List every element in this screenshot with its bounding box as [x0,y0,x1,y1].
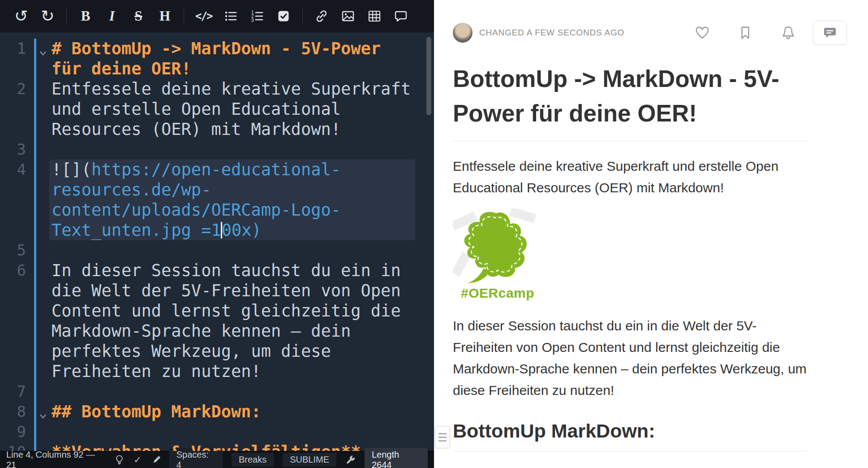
markdown-bold-token: **Verwahren & Vervielfältigen** [52,442,361,451]
code-button[interactable]: </> [195,6,212,26]
toolbar-divider [66,8,67,24]
image-button[interactable] [340,6,356,26]
paragraph: Entfessele deine kreative Superkraft und… [453,156,808,199]
preferences-button[interactable] [345,455,356,465]
fold-chevron-icon[interactable] [38,43,48,63]
redo-button[interactable]: ↻ [40,6,55,26]
redo-icon: ↻ [41,8,54,24]
heading-rule [453,141,808,141]
markdown-url-token: 00x) [222,221,262,240]
markdown-image-token: ![]( [52,160,91,179]
ordered-list-button[interactable]: 123 [249,6,265,26]
bookmark-button[interactable] [738,25,753,40]
comment-icon [394,9,408,23]
line-number: 8 [0,402,33,422]
editor-line-active[interactable]: 4 ![](https://open-educational-resources… [0,160,434,240]
markdown-text-token: Entfessele deine kreative Superkraft und… [52,79,421,139]
open-comments-button[interactable] [813,21,847,45]
document-title: BottomUp -> MarkDown - 5V-Power für dein… [453,62,808,131]
unordered-list-icon [223,9,238,23]
lightbulb-icon [114,455,125,465]
code-text[interactable]: Entfessele deine kreative Superkraft und… [49,79,415,139]
night-mode-button[interactable] [114,455,125,465]
checklist-button[interactable] [276,6,291,26]
split-drag-handle[interactable] [435,426,450,448]
logo-caption: #OERcamp [461,286,808,301]
heading-button[interactable]: H [157,6,172,26]
code-text[interactable]: In dieser Session tauchst du ein in die … [49,260,415,381]
keymap-setting[interactable]: SUBLIME [283,453,336,467]
code-text[interactable] [49,422,415,442]
editor-line[interactable]: 6 In dieser Session tauchst du ein in di… [0,260,434,381]
oercamp-logo: ✂ #OERcamp [453,208,808,301]
code-editor[interactable]: 1 # BottomUp -> MarkDown - 5V-Power für … [0,32,434,451]
editor-line[interactable]: 9 [0,422,434,442]
grip-icon [438,440,447,442]
heading-rule [453,451,808,451]
markdown-text-token: In dieser Session tauchst du ein in die … [52,261,411,381]
paragraph: In dieser Session tauchst du ein in die … [453,315,808,401]
linebreak-setting[interactable]: Breaks [232,453,274,467]
line-number: 7 [0,381,33,402]
editor-scrollbar[interactable] [426,37,431,115]
svg-text:3: 3 [251,18,254,23]
editor-line[interactable]: 5 [0,240,434,260]
markdown-heading-token: # BottomUp -> MarkDown - 5V-Power für de… [52,39,391,78]
preview-content: BottomUp -> MarkDown - 5V-Power für dein… [453,62,808,451]
check-icon: ✓ [133,455,142,465]
code-text[interactable]: **Verwahren & Vervielfältigen** [49,442,415,451]
line-number: 1 [0,39,33,79]
line-number: 3 [0,139,33,160]
brush-icon [150,455,160,465]
editor-line[interactable]: 10 **Verwahren & Vervielfältigen** [0,442,434,451]
editor-line[interactable]: 7 [0,381,434,402]
bold-button[interactable]: B [78,6,93,26]
toolbar-divider [302,8,303,24]
code-text[interactable]: ![](https://open-educational-resources.d… [49,160,415,240]
code-text[interactable]: ## BottomUp MarkDown: [49,402,415,422]
theme-button[interactable] [150,455,160,465]
comment-button[interactable] [393,6,408,26]
line-number: 2 [0,79,33,139]
wrench-icon [345,455,356,465]
editor-line[interactable]: 8 ## BottomUp MarkDown: [0,402,434,422]
toolbar-divider [184,8,184,24]
grip-icon [438,433,447,434]
table-button[interactable] [367,6,382,26]
editor-line[interactable]: 3 [0,139,434,160]
strikethrough-button[interactable]: S [131,6,146,26]
line-number: 6 [0,260,33,381]
grip-icon [438,437,447,438]
unordered-list-button[interactable] [223,6,238,26]
table-icon [367,9,382,23]
subscribe-button[interactable] [781,25,796,40]
bookmark-icon [738,25,753,40]
code-text[interactable] [49,139,415,160]
cursor-position-label: Line 4, Columns 92 — 21 [6,450,105,468]
markdown-heading-token: ## BottomUp MarkDown: [52,402,261,421]
code-text[interactable] [49,240,415,260]
preview-pane: CHANGED A FEW SECONDS AGO [434,0,868,468]
heart-icon [695,25,710,40]
editor-line[interactable]: 1 # BottomUp -> MarkDown - 5V-Power für … [0,39,434,79]
bell-icon [781,25,796,40]
markdown-url-token: https://open-educational-resources.de/wp… [52,160,341,240]
comment-button-icon [823,26,837,40]
preview-header: CHANGED A FEW SECONDS AGO [453,22,847,43]
line-number: 5 [0,240,33,260]
spellcheck-button[interactable]: ✓ [133,455,142,465]
avatar[interactable] [453,23,473,43]
section-heading: BottomUp MarkDown: [453,420,808,442]
undo-button[interactable]: ↺ [13,6,29,26]
link-button[interactable] [314,6,329,26]
code-text[interactable] [49,381,415,402]
link-icon [314,9,329,23]
statusbar: Line 4, Columns 92 — 21 ✓ Spaces: 4 Brea… [0,451,434,468]
last-changed-label: CHANGED A FEW SECONDS AGO [479,28,624,38]
italic-button[interactable]: I [104,6,120,26]
editor-line[interactable]: 2 Entfessele deine kreative Superkraft u… [0,79,434,139]
like-button[interactable] [695,25,710,40]
undo-icon: ↺ [14,8,28,24]
code-text[interactable]: # BottomUp -> MarkDown - 5V-Power für de… [49,39,415,79]
line-number: 10 [0,442,33,451]
